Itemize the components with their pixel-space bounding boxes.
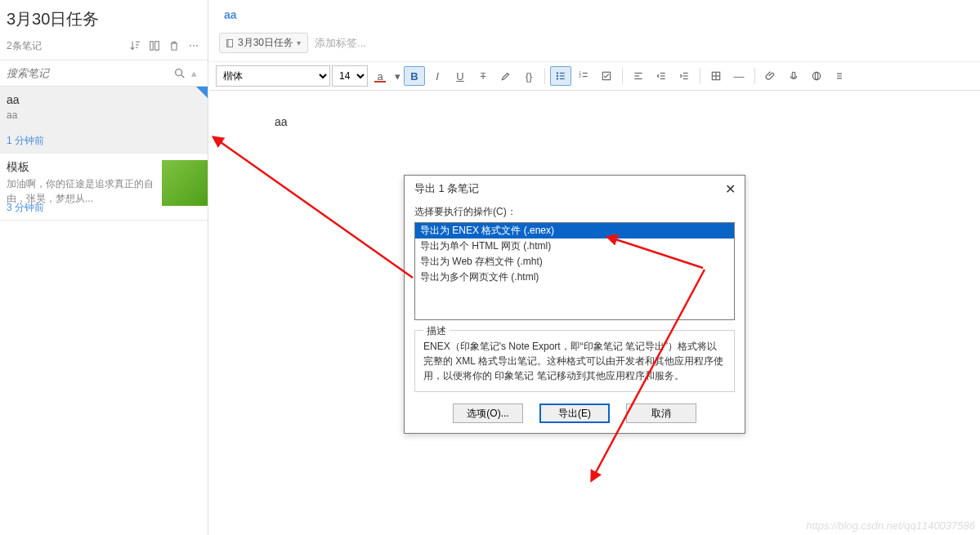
svg-rect-0	[150, 42, 154, 51]
note-item-title: aa	[7, 93, 199, 106]
export-dialog: 导出 1 条笔记 ✕ 选择要执行的操作(C)： 导出为 ENEX 格式文件 (.…	[404, 175, 745, 434]
notebook-icon	[225, 38, 235, 48]
crumb-row: 3月30日任务 ▾ 添加标签...	[209, 28, 980, 62]
dialog-title: 导出 1 条笔记	[414, 181, 722, 196]
dialog-titlebar: 导出 1 条笔记 ✕	[405, 176, 745, 202]
note-thumbnail	[162, 160, 208, 206]
svg-point-6	[557, 72, 558, 74]
hr-button[interactable]: —	[728, 66, 750, 86]
sort-icon[interactable]	[128, 38, 142, 53]
svg-point-7	[557, 75, 558, 77]
svg-point-31	[815, 72, 818, 79]
svg-text:2: 2	[579, 74, 581, 78]
watermark: https://blog.csdn.net/qq1140037586	[806, 519, 975, 532]
number-list-button[interactable]: 12	[573, 66, 594, 86]
note-count: 2条笔记	[7, 39, 123, 53]
align-button[interactable]	[628, 66, 649, 86]
attach-button[interactable]	[760, 66, 781, 86]
font-family-select[interactable]: 楷体	[216, 65, 330, 87]
sidebar-toolbar: 2条笔记 ⋯	[0, 35, 208, 60]
separator	[622, 68, 623, 84]
svg-line-3	[181, 75, 184, 78]
note-item[interactable]: 模板 加油啊，你的征途是追求真正的自由，张昊，梦想从... 3 分钟前	[0, 154, 208, 221]
editor-body[interactable]: aa	[209, 91, 980, 153]
svg-point-30	[812, 72, 820, 79]
record-button[interactable]	[783, 66, 804, 86]
sidebar-header: 3月30日任务	[0, 0, 208, 35]
note-item-preview: aa	[7, 108, 154, 123]
format-option[interactable]: 导出为多个网页文件 (.html)	[415, 270, 734, 285]
options-button[interactable]: 选项(O)...	[453, 403, 523, 423]
sidebar: 3月30日任务 2条笔记 ⋯ ▴ aa aa 1 分钟前 模板 加油啊，你的征途…	[0, 0, 208, 535]
highlight-button[interactable]	[495, 66, 517, 86]
strike-button[interactable]: T	[472, 66, 494, 86]
code-button[interactable]: {}	[518, 66, 539, 86]
bullet-list-button[interactable]	[550, 66, 571, 86]
close-icon[interactable]: ✕	[722, 181, 738, 197]
search-icon[interactable]	[173, 67, 188, 80]
search-row: ▴	[0, 60, 208, 87]
chevron-down-icon: ▾	[297, 38, 301, 47]
notebook-title: 3月30日任务	[7, 8, 201, 30]
svg-rect-29	[792, 72, 795, 78]
editor-text: aa	[275, 115, 288, 128]
font-color-dropdown[interactable]: ▾	[392, 66, 402, 86]
tag-input[interactable]: 添加标签...	[315, 36, 366, 51]
description-legend: 描述	[423, 324, 450, 338]
indent-button[interactable]	[673, 66, 695, 86]
format-option[interactable]: 导出为单个 HTML 网页 (.html)	[415, 239, 734, 254]
format-option[interactable]: 导出为 ENEX 格式文件 (.enex)	[415, 223, 734, 239]
note-title[interactable]: aa	[209, 0, 980, 28]
separator	[544, 68, 545, 84]
export-button[interactable]: 导出(E)	[539, 403, 610, 423]
select-action-label: 选择要执行的操作(C)：	[414, 205, 735, 219]
view-icon[interactable]	[147, 38, 162, 53]
more-format-button[interactable]	[829, 66, 850, 86]
format-listbox[interactable]: 导出为 ENEX 格式文件 (.enex) 导出为单个 HTML 网页 (.ht…	[414, 222, 735, 320]
more-icon[interactable]: ⋯	[186, 38, 201, 53]
dialog-buttons: 选项(O)... 导出(E) 取消	[414, 403, 735, 423]
font-color-button[interactable]: a	[369, 66, 391, 86]
notebook-selector[interactable]: 3月30日任务 ▾	[219, 33, 308, 53]
bold-button[interactable]: B	[404, 66, 425, 86]
trash-icon[interactable]	[167, 38, 181, 53]
separator	[700, 68, 700, 84]
table-button[interactable]	[705, 66, 727, 86]
checkbox-button[interactable]	[596, 66, 617, 86]
svg-point-2	[176, 69, 182, 75]
italic-button[interactable]: I	[427, 66, 448, 86]
link-button[interactable]	[806, 66, 827, 86]
format-toolbar: 楷体 14 a ▾ B I U T {} 12 —	[209, 62, 980, 91]
note-item-time: 3 分钟前	[7, 201, 44, 215]
search-input[interactable]	[5, 64, 173, 82]
note-item-time: 1 分钟前	[7, 134, 44, 148]
description-box: 描述 ENEX（印象笔记's Note Export，即“印象笔记 笔记导出”）…	[414, 330, 735, 392]
dialog-body: 选择要执行的操作(C)： 导出为 ENEX 格式文件 (.enex) 导出为单个…	[405, 202, 745, 433]
svg-point-8	[557, 78, 558, 79]
underline-button[interactable]: U	[450, 66, 471, 86]
format-option[interactable]: 导出为 Web 存档文件 (.mht)	[415, 254, 734, 270]
outdent-button[interactable]	[651, 66, 672, 86]
font-size-select[interactable]: 14	[332, 65, 368, 87]
notebook-label: 3月30日任务	[238, 36, 293, 50]
sync-corner-icon	[196, 87, 208, 98]
cancel-button[interactable]: 取消	[626, 403, 696, 423]
separator	[754, 68, 755, 84]
description-text: ENEX（印象笔记's Note Export，即“印象笔记 笔记导出”）格式将…	[423, 339, 726, 383]
svg-rect-1	[155, 42, 159, 51]
collapse-icon[interactable]: ▴	[191, 67, 203, 79]
note-item[interactable]: aa aa 1 分钟前	[0, 87, 208, 154]
